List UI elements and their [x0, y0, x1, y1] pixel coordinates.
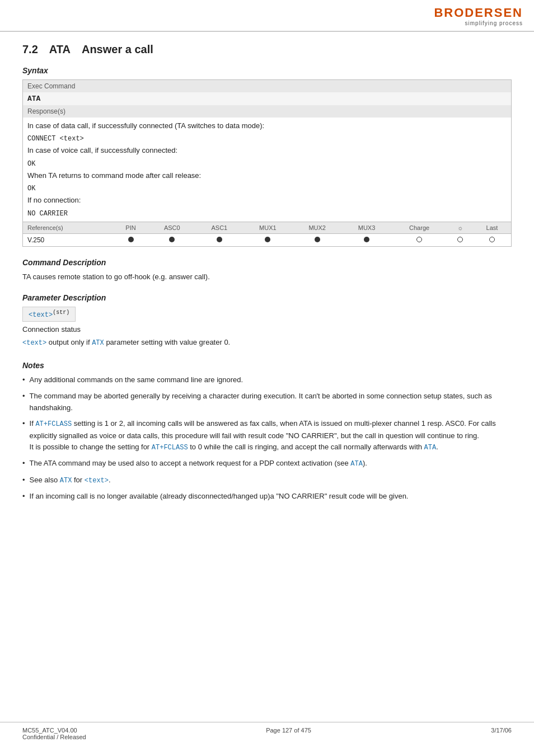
param-detail-mid: output only if	[46, 338, 92, 346]
param-sup: (str)	[53, 309, 69, 316]
param-label: Connection status	[22, 325, 512, 334]
note-6-text: If an incoming call is no longer availab…	[30, 491, 512, 503]
note-3-text: If AT+FCLASS setting is 1 or 2, all inco…	[30, 418, 512, 453]
note4-ata: ATA	[350, 460, 363, 468]
dot-pin	[128, 237, 134, 242]
note3-ata: ATA	[424, 444, 437, 452]
syntax-table: Exec Command ATA Response(s) In case of …	[22, 79, 512, 247]
syntax-heading: Syntax	[22, 66, 512, 75]
resp-line-2: CONNECT <text>	[27, 135, 84, 143]
notes-heading: Notes	[22, 361, 512, 370]
resp-line-8: NO CARRIER	[27, 210, 68, 218]
response-content-row: In case of data call, if successfully co…	[23, 118, 512, 222]
param-detail-post: parameter setting with value greater 0.	[104, 338, 230, 346]
footer-status: Confidential / Released	[22, 734, 86, 740]
note-5-text: See also ATX for <text>.	[30, 475, 512, 486]
logo-area: BRODERSEN simplifying process	[434, 6, 523, 26]
note-item-5: See also ATX for <text>.	[22, 475, 512, 486]
ref-v250-mux2	[293, 233, 342, 246]
ref-v250-label: V.250	[23, 233, 113, 246]
resp-line-7: If no connection:	[27, 196, 81, 204]
note-item-1: Any additional commands on the same comm…	[22, 374, 512, 386]
ref-v250-asc1	[196, 233, 243, 246]
footer-doc-id: MC55_ATC_V04.00	[22, 727, 86, 734]
resp-line-3: In case of voice call, if successfully c…	[27, 146, 177, 154]
note-item-4: The ATA command may be used also to acce…	[22, 458, 512, 469]
note-4-text: The ATA command may be used also to acce…	[30, 458, 512, 469]
ref-header: Reference(s) PIN ASC0 ASC1 MUX1 MUX2 MUX…	[23, 222, 511, 233]
section-number: 7.2	[22, 43, 38, 56]
logo-main: BRODERSEN	[434, 6, 523, 20]
dot-mux2	[315, 237, 320, 242]
param-desc-heading: Parameter Description	[22, 293, 512, 302]
note5-text: <text>	[85, 477, 109, 485]
note-2-text: The command may be aborted generally by …	[30, 391, 512, 414]
response-label: Response(s)	[23, 105, 512, 118]
logo-sub: simplifying process	[465, 20, 523, 26]
dot-last	[489, 237, 495, 242]
section-ata: ATA	[49, 43, 71, 56]
ref-v250-row: V.250	[23, 233, 511, 246]
response-label-row: Response(s)	[23, 105, 512, 118]
ref-v250-pin	[113, 233, 148, 246]
dot-mux1	[265, 237, 270, 242]
param-box: <text>(str)	[22, 307, 76, 322]
ref-col-asc0: ASC0	[148, 222, 196, 233]
dot-mux3	[364, 237, 369, 242]
section-title-text: Answer a call	[82, 43, 153, 56]
ref-col-mux2: MUX2	[293, 222, 342, 233]
exec-label-row: Exec Command	[23, 80, 512, 93]
note5-atx: ATX	[60, 477, 72, 485]
ref-col-mux1: MUX1	[243, 222, 292, 233]
ref-v250-asc0	[148, 233, 196, 246]
response-content: In case of data call, if successfully co…	[23, 118, 512, 222]
page-header: BRODERSEN simplifying process	[0, 0, 534, 32]
dot-asc0	[169, 237, 175, 242]
ref-col-mux3: MUX3	[342, 222, 391, 233]
ref-col-asc1: ASC1	[196, 222, 243, 233]
ref-v250-last	[473, 233, 511, 246]
ref-v250-charge	[391, 233, 447, 246]
note3-atfclass2: AT+FCLASS	[152, 444, 188, 452]
notes-list: Any additional commands on the same comm…	[22, 374, 512, 503]
ref-v250-mux1	[243, 233, 292, 246]
exec-label: Exec Command	[23, 80, 512, 93]
resp-line-5: When TA returns to command mode after ca…	[27, 171, 201, 180]
resp-line-6: OK	[27, 185, 35, 192]
note-item-3: If AT+FCLASS setting is 1 or 2, all inco…	[22, 418, 512, 453]
dot-sun	[457, 237, 463, 242]
ref-col-pin: PIN	[113, 222, 148, 233]
footer-left: MC55_ATC_V04.00 Confidential / Released	[22, 727, 86, 740]
ref-table: Reference(s) PIN ASC0 ASC1 MUX1 MUX2 MUX…	[23, 222, 511, 246]
dot-asc1	[217, 237, 222, 242]
ref-v250-mux3	[342, 233, 391, 246]
command-row: ATA	[23, 92, 512, 105]
note-item-6: If an incoming call is no longer availab…	[22, 491, 512, 503]
cmd-desc-text: TA causes remote station to go off-hook …	[22, 271, 512, 283]
note-item-2: The command may be aborted generally by …	[22, 391, 512, 414]
note3-atfclass1: AT+FCLASS	[35, 420, 72, 428]
ref-col-sun: ☼	[447, 222, 473, 233]
ref-col-label: Reference(s)	[23, 222, 113, 233]
param-name-text: <text>	[29, 311, 53, 319]
ref-col-last: Last	[473, 222, 511, 233]
ata-command: ATA	[23, 92, 512, 105]
param-detail-atx: ATX	[92, 339, 104, 347]
section-title: 7.2 ATA Answer a call	[22, 43, 512, 56]
cmd-desc-heading: Command Description	[22, 258, 512, 267]
reference-row: Reference(s) PIN ASC0 ASC1 MUX1 MUX2 MUX…	[23, 222, 512, 247]
param-desc: <text> output only if ATX parameter sett…	[22, 337, 512, 349]
ref-col-charge: Charge	[391, 222, 447, 233]
note-1-text: Any additional commands on the same comm…	[30, 374, 512, 386]
dot-charge	[416, 237, 422, 242]
footer-center: Page 127 of 475	[266, 727, 311, 740]
main-content: 7.2 ATA Answer a call Syntax Exec Comman…	[0, 32, 534, 518]
footer-date: 3/17/06	[491, 727, 512, 740]
param-detail-pre: <text>	[22, 339, 46, 347]
resp-line-1: In case of data call, if successfully co…	[27, 121, 264, 130]
resp-line-4: OK	[27, 160, 35, 168]
page-footer: MC55_ATC_V04.00 Confidential / Released …	[0, 722, 534, 745]
ref-v250-sun	[447, 233, 473, 246]
